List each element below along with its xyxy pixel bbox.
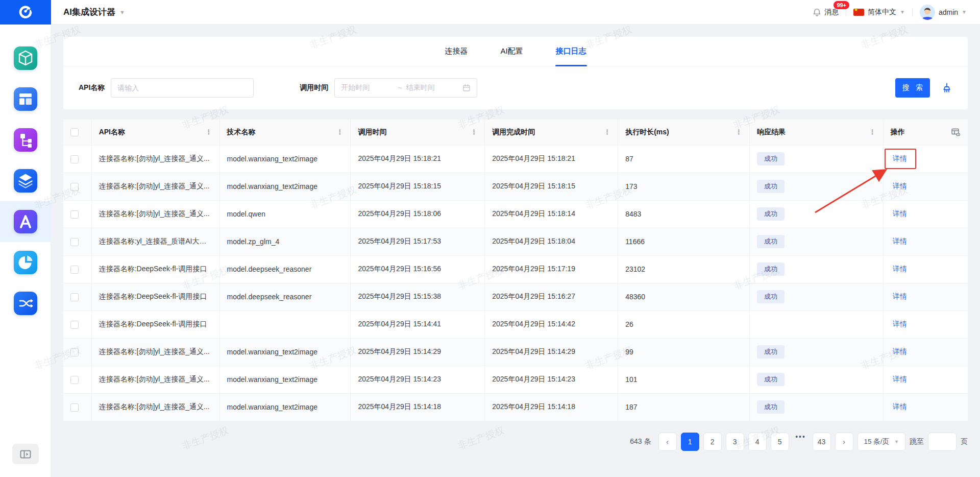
column-menu-icon[interactable]: ⋮	[206, 128, 212, 136]
status-badge: 成功	[757, 180, 785, 193]
row-checkbox[interactable]	[70, 348, 79, 356]
column-settings-icon[interactable]	[951, 128, 961, 136]
page-button-1[interactable]: 1	[681, 433, 699, 451]
user-menu[interactable]: admin ▼	[920, 5, 967, 20]
detail-link[interactable]: 详情	[891, 208, 909, 220]
page-suffix-label: 页	[961, 437, 968, 446]
sidebar-item-pie[interactable]	[0, 242, 51, 283]
column-menu-icon[interactable]: ⋮	[471, 128, 477, 136]
api-name-cell: 连接器名称:yl_连接器_质谱AI大模...	[91, 228, 219, 255]
tech-name-cell: model.deepseek_reasoner	[219, 255, 351, 283]
column-menu-icon[interactable]: ⋮	[736, 128, 742, 136]
column-menu-icon[interactable]: ⋮	[604, 128, 610, 136]
next-page-button[interactable]: ›	[835, 433, 853, 451]
top-bar: AI集成设计器 ▼ 消息 99+ ★ 简体中文 ▼	[0, 0, 980, 25]
row-checkbox[interactable]	[70, 183, 79, 191]
clear-filters-button[interactable]	[941, 82, 952, 93]
row-checkbox[interactable]	[70, 403, 79, 412]
action-cell: 详情	[883, 283, 968, 311]
api-name-cell: 连接器名称:[勿动]yl_连接器_通义...	[91, 393, 219, 421]
tech-name-cell: model.wanxiang_text2image	[219, 393, 351, 421]
china-flag-icon: ★	[853, 9, 864, 16]
jump-to-label: 跳至	[910, 437, 924, 446]
jump-page-input[interactable]	[928, 433, 957, 451]
sidebar-item-flow[interactable]	[0, 120, 51, 160]
finish-time-cell: 2025年04月29日 15:14:29	[485, 338, 618, 366]
row-checkbox[interactable]	[70, 376, 79, 384]
row-checkbox[interactable]	[70, 238, 79, 246]
sidebar-item-layers[interactable]	[0, 160, 51, 201]
title-chevron-down-icon[interactable]: ▼	[119, 9, 125, 15]
collapse-panel-icon	[20, 450, 31, 459]
row-checkbox[interactable]	[70, 321, 79, 329]
duration-cell: 173	[618, 173, 750, 200]
detail-link[interactable]: 详情	[891, 401, 909, 413]
page-button-3[interactable]: 3	[726, 433, 744, 451]
tab-api-logs[interactable]: 接口日志	[556, 37, 586, 66]
page-button-4[interactable]: 4	[748, 433, 767, 451]
tech-name-cell: model.zp_glm_4	[219, 228, 351, 255]
action-cell: 详情	[883, 311, 968, 338]
filter-row: API名称 调用时间 开始时间 ~ 结束时间 搜 索	[63, 66, 968, 109]
log-table-card: API名称⋮技术名称⋮调用时间⋮调用完成时间⋮执行时长(ms)⋮响应结果⋮操作 …	[63, 120, 968, 421]
result-cell: 成功	[749, 200, 883, 228]
column-header: 调用完成时间⋮	[485, 120, 618, 145]
tab-connectors[interactable]: 连接器	[445, 37, 468, 66]
date-range-picker[interactable]: 开始时间 ~ 结束时间	[334, 78, 477, 98]
call-time-cell: 2025年04月29日 15:17:53	[351, 228, 485, 255]
sidebar-item-cube[interactable]	[0, 38, 51, 79]
detail-link[interactable]: 详情	[891, 346, 909, 357]
column-label: 操作	[891, 128, 905, 137]
end-time-placeholder: 结束时间	[406, 83, 458, 92]
page-size-select[interactable]: 15 条/页 ▼	[857, 433, 905, 451]
sidebar-collapse-button[interactable]	[12, 444, 39, 464]
pages-ellipsis[interactable]: •••	[793, 433, 808, 451]
duration-cell: 87	[618, 145, 750, 173]
duration-cell: 11666	[618, 228, 750, 255]
api-name-cell: 连接器名称:[勿动]yl_连接器_通义...	[91, 145, 219, 173]
language-selector[interactable]: ★ 简体中文 ▼	[853, 8, 905, 17]
sidebar-item-ai[interactable]	[0, 201, 51, 242]
action-cell: 详情	[883, 200, 968, 228]
status-badge: 成功	[757, 400, 785, 414]
row-checkbox[interactable]	[70, 293, 79, 301]
row-checkbox[interactable]	[70, 210, 79, 219]
column-menu-icon[interactable]: ⋮	[869, 128, 876, 136]
page-button-2[interactable]: 2	[703, 433, 722, 451]
call-time-cell: 2025年04月29日 15:15:38	[351, 283, 485, 311]
status-badge: 成功	[757, 235, 785, 248]
detail-link[interactable]: 详情	[891, 181, 909, 192]
page-button-43[interactable]: 43	[813, 433, 831, 451]
detail-link[interactable]: 详情	[891, 291, 909, 302]
column-menu-icon[interactable]: ⋮	[336, 128, 343, 136]
page-button-5[interactable]: 5	[771, 433, 789, 451]
tech-name-cell: model.qwen	[219, 200, 351, 228]
search-button[interactable]: 搜 索	[895, 78, 930, 98]
action-cell: 详情	[883, 145, 968, 173]
row-checkbox[interactable]	[70, 266, 79, 274]
sidebar-item-layout[interactable]	[0, 79, 51, 120]
tech-name-cell: model.wanxiang_text2image	[219, 366, 351, 393]
sidebar-item-shuffle[interactable]	[0, 283, 51, 324]
call-time-cell: 2025年04月29日 15:18:06	[351, 200, 485, 228]
call-time-label: 调用时间	[300, 83, 328, 92]
detail-link[interactable]: 详情	[891, 236, 909, 247]
detail-link[interactable]: 详情	[891, 319, 909, 330]
api-log-table: API名称⋮技术名称⋮调用时间⋮调用完成时间⋮执行时长(ms)⋮响应结果⋮操作 …	[63, 120, 968, 421]
select-all-checkbox[interactable]	[70, 128, 79, 136]
prev-page-button[interactable]: ‹	[658, 433, 677, 451]
detail-link[interactable]: 详情	[891, 153, 909, 164]
table-row: 连接器名称:DeepSeek-fl-调用接口2025年04月29日 15:14:…	[63, 311, 968, 338]
tab-ai-config[interactable]: AI配置	[500, 37, 523, 66]
finish-time-cell: 2025年04月29日 15:16:27	[485, 283, 618, 311]
row-checkbox[interactable]	[70, 155, 79, 163]
detail-link[interactable]: 详情	[891, 264, 909, 275]
api-name-cell: 连接器名称:[勿动]yl_连接器_通义...	[91, 200, 219, 228]
column-label: 调用完成时间	[492, 128, 535, 137]
action-cell: 详情	[883, 393, 968, 421]
messages-button[interactable]: 消息 99+	[813, 8, 839, 17]
detail-link[interactable]: 详情	[891, 374, 909, 385]
api-name-input[interactable]	[111, 78, 254, 98]
api-name-cell: 连接器名称:[勿动]yl_连接器_通义...	[91, 173, 219, 200]
app-logo[interactable]	[0, 0, 51, 25]
